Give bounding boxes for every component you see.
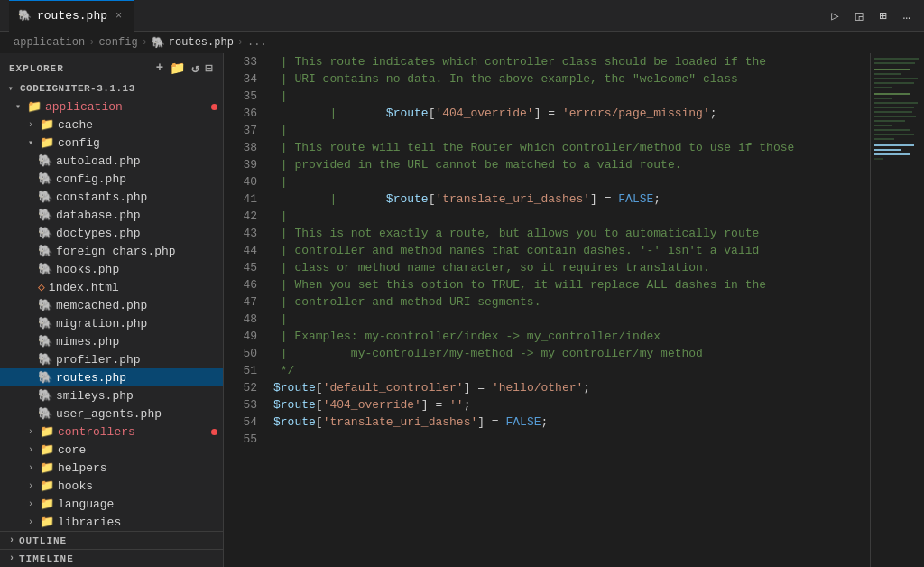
- controllers-label: controllers: [58, 425, 135, 439]
- sidebar-item-profiler[interactable]: 🐘 profiler.php: [0, 350, 223, 368]
- explorer-header: EXPLORER + 📁 ↺ ⊟: [0, 53, 223, 79]
- breadcrumb: application › config › 🐘 routes.php › ..…: [0, 32, 924, 53]
- code-line-39: | provided in the URL cannot be matched …: [273, 156, 870, 173]
- sidebar-item-database[interactable]: 🐘 database.php: [0, 206, 223, 224]
- application-modified-dot: [211, 104, 217, 110]
- autoload-label: autoload.php: [56, 154, 141, 168]
- breadcrumb-config[interactable]: config: [98, 36, 137, 49]
- breadcrumb-ellipsis: ...: [247, 36, 267, 49]
- sidebar-item-user-agents[interactable]: 🐘 user_agents.php: [0, 404, 223, 423]
- code-content[interactable]: | This route indicates which controller …: [264, 53, 870, 567]
- svg-rect-7: [874, 93, 910, 95]
- code-line-41: | $route['translate_uri_dashes'] = FALSE…: [273, 191, 870, 208]
- sidebar-item-index-html[interactable]: ◇ index.html: [0, 278, 223, 296]
- code-line-45: | class or method name character, so it …: [273, 259, 870, 276]
- code-line-44: | controller and method names that conta…: [273, 242, 870, 259]
- refresh-button[interactable]: ↺: [191, 60, 199, 76]
- helpers-folder-icon: 📁: [40, 460, 54, 475]
- svg-rect-16: [874, 134, 914, 135]
- php-icon-migration: 🐘: [38, 316, 52, 330]
- timeline-arrow: ›: [9, 553, 15, 563]
- html-icon-index: ◇: [38, 280, 45, 294]
- hooks-dir-folder-icon: 📁: [40, 479, 54, 493]
- sidebar-item-autoload[interactable]: 🐘 autoload.php: [0, 152, 223, 170]
- svg-rect-20: [874, 153, 910, 155]
- sidebar-item-application[interactable]: ▾ 📁 application: [0, 98, 223, 116]
- sidebar-item-hooks-dir[interactable]: › 📁 hooks: [0, 477, 223, 495]
- sidebar-item-foreign-chars[interactable]: 🐘 foreign_chars.php: [0, 242, 223, 260]
- svg-rect-12: [874, 116, 916, 117]
- collapse-button[interactable]: ⊟: [206, 60, 214, 76]
- sidebar-item-libraries[interactable]: › 📁 libraries: [0, 513, 223, 531]
- code-line-46: | When you set this option to TRUE, it w…: [273, 276, 870, 293]
- tab-close-button[interactable]: ×: [113, 9, 125, 23]
- sidebar-item-smileys[interactable]: 🐘 smileys.php: [0, 386, 223, 404]
- tab-routes-php[interactable]: 🐘 routes.php ×: [9, 0, 134, 32]
- svg-rect-14: [874, 125, 892, 126]
- outline-section[interactable]: › OUTLINE: [0, 531, 223, 549]
- sidebar-item-config-php[interactable]: 🐘 config.php: [0, 170, 223, 188]
- split-editor-button[interactable]: ◲: [851, 6, 867, 25]
- svg-rect-0: [874, 58, 919, 60]
- top-bar: 🐘 routes.php × ▷ ◲ ⊞ …: [0, 0, 924, 32]
- run-button[interactable]: ▷: [827, 6, 843, 25]
- php-icon-smileys: 🐘: [38, 388, 52, 403]
- config-arrow: ▾: [25, 137, 36, 148]
- migration-label: migration.php: [56, 317, 147, 330]
- language-arrow: ›: [25, 499, 36, 509]
- timeline-section[interactable]: › TIMELINE: [0, 549, 223, 567]
- tree-root[interactable]: ▾ CODEIGNITER-3.1.13: [0, 79, 223, 98]
- svg-rect-13: [874, 120, 905, 122]
- memcached-label: memcached.php: [56, 299, 147, 312]
- php-icon-database: 🐘: [38, 208, 52, 222]
- routes-label: routes.php: [56, 371, 126, 385]
- controllers-modified-dot: [211, 429, 217, 435]
- code-line-35: |: [273, 88, 870, 105]
- profiler-label: profiler.php: [56, 353, 141, 367]
- editor-area: 3334353637383940414243444546474849505152…: [224, 53, 924, 567]
- php-icon-hooks: 🐘: [38, 262, 52, 276]
- helpers-arrow: ›: [25, 463, 36, 473]
- hooks-dir-arrow: ›: [25, 481, 36, 491]
- sidebar-item-cache[interactable]: › 📁 cache: [0, 116, 223, 134]
- breadcrumb-file-icon: 🐘: [152, 36, 165, 50]
- svg-rect-11: [874, 111, 912, 113]
- explorer-label: EXPLORER: [9, 63, 64, 74]
- sidebar-item-constants[interactable]: 🐘 constants.php: [0, 188, 223, 206]
- breadcrumb-sep-2: ›: [142, 36, 148, 49]
- root-label: CODEIGNITER-3.1.13: [20, 83, 135, 94]
- libraries-arrow: ›: [25, 517, 36, 527]
- sidebar-item-helpers[interactable]: › 📁 helpers: [0, 459, 223, 477]
- new-folder-button[interactable]: 📁: [170, 60, 186, 76]
- code-line-47: | controller and method URI segments.: [273, 293, 870, 311]
- svg-rect-3: [874, 73, 901, 75]
- breadcrumb-filename[interactable]: routes.php: [169, 36, 234, 49]
- application-label: application: [45, 100, 123, 114]
- layout-button[interactable]: ⊞: [874, 6, 891, 25]
- controllers-arrow: ›: [25, 427, 36, 437]
- new-file-button[interactable]: +: [156, 60, 164, 76]
- sidebar-item-migration[interactable]: 🐘 migration.php: [0, 314, 223, 332]
- code-line-34: | URI contains no data. In the above exa…: [273, 70, 870, 88]
- more-actions-button[interactable]: …: [899, 6, 915, 24]
- application-arrow: ▾: [13, 101, 23, 112]
- sidebar-item-memcached[interactable]: 🐘 memcached.php: [0, 296, 223, 314]
- svg-rect-1: [874, 62, 915, 64]
- sidebar-item-doctypes[interactable]: 🐘 doctypes.php: [0, 224, 223, 242]
- sidebar-item-hooks[interactable]: 🐘 hooks.php: [0, 260, 223, 278]
- sidebar-item-language[interactable]: › 📁 language: [0, 495, 223, 513]
- cache-arrow: ›: [25, 120, 36, 130]
- breadcrumb-application[interactable]: application: [14, 36, 85, 49]
- svg-rect-10: [874, 107, 914, 108]
- code-line-55: [273, 431, 870, 448]
- user-agents-label: user_agents.php: [56, 407, 162, 421]
- top-bar-actions: ▷ ◲ ⊞ …: [827, 6, 915, 25]
- code-line-48: |: [273, 311, 870, 328]
- sidebar-item-routes[interactable]: 🐘 routes.php: [0, 368, 223, 386]
- cache-label: cache: [58, 118, 93, 132]
- sidebar-item-mimes[interactable]: 🐘 mimes.php: [0, 332, 223, 350]
- sidebar-item-core[interactable]: › 📁 core: [0, 441, 223, 459]
- sidebar-item-controllers[interactable]: › 📁 controllers: [0, 423, 223, 441]
- sidebar-item-config[interactable]: ▾ 📁 config: [0, 134, 223, 152]
- php-icon-profiler: 🐘: [38, 352, 52, 367]
